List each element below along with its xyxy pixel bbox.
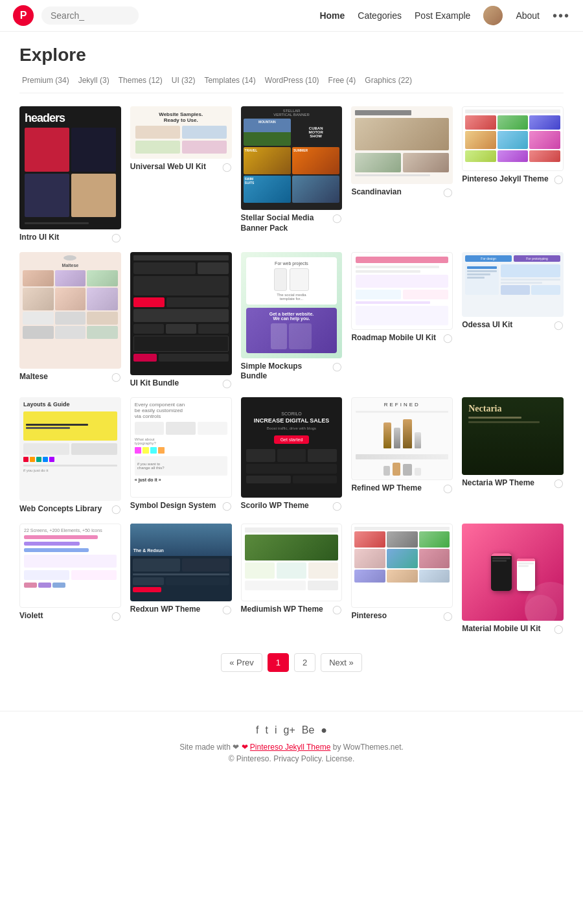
card-title: Refined WP Theme xyxy=(351,483,440,494)
bookmark-icon[interactable]: ◯ xyxy=(443,187,453,197)
card-scorilo-wp[interactable]: SCORILO INCREASE DIGITAL SALES Boost tra… xyxy=(241,397,343,514)
card-roadmap-mobile[interactable]: Roadmap Mobile UI Kit ◯ xyxy=(351,252,453,389)
filter-free[interactable]: Free (4) xyxy=(326,75,359,86)
google-plus-icon[interactable]: g+ xyxy=(283,724,295,736)
card-mediumish-wp[interactable]: Mediumish WP Theme ◯ xyxy=(241,524,343,634)
bookmark-icon[interactable]: ◯ xyxy=(554,624,564,634)
card-title: Violett xyxy=(19,611,109,621)
card-universal-web-ui-kit[interactable]: Website Samples.Ready to Use. Universal … xyxy=(130,106,232,243)
card-redxun-wp[interactable]: The & Redxun Redxun WP xyxy=(130,524,232,634)
search-box[interactable] xyxy=(41,6,139,25)
bookmark-icon[interactable]: ◯ xyxy=(222,605,232,614)
site-logo[interactable]: P xyxy=(13,5,34,26)
bookmark-icon[interactable]: ◯ xyxy=(443,333,453,343)
card-maltese[interactable]: Maltese Maltese ◯ xyxy=(19,252,121,389)
card-title: Intro UI Kit xyxy=(19,233,109,243)
filter-wordpress[interactable]: WordPress (10) xyxy=(262,75,322,86)
page-title: Explore xyxy=(19,45,564,65)
nav-post-example[interactable]: Post Example xyxy=(415,10,470,21)
card-odessa-ui-kit[interactable]: For design For prototyping xyxy=(462,252,564,389)
card-title: Simple Mockups Bundle xyxy=(241,362,330,382)
card-pintereso[interactable]: Pintereso ◯ xyxy=(351,524,453,634)
bookmark-icon[interactable]: ◯ xyxy=(554,320,564,330)
filter-graphics[interactable]: Graphics (22) xyxy=(362,75,415,86)
nav-categories[interactable]: Categories xyxy=(358,10,402,21)
bookmark-icon[interactable]: ◯ xyxy=(332,213,342,223)
nav-home[interactable]: Home xyxy=(319,10,345,21)
prev-page-button[interactable]: « Prev xyxy=(221,653,262,672)
bookmark-icon[interactable]: ◯ xyxy=(111,504,121,514)
card-material-mobile-ui[interactable]: Material Mobile UI Kit ◯ xyxy=(462,524,564,634)
card-stellar-social-media[interactable]: STELLARVERTICAL BANNER MOUNTAIN CUBANMOT… xyxy=(241,106,343,243)
card-title: Scorilo WP Theme xyxy=(241,501,330,511)
bookmark-icon[interactable]: ◯ xyxy=(222,378,232,388)
filter-themes[interactable]: Themes (12) xyxy=(116,75,165,86)
filter-ui[interactable]: UI (32) xyxy=(169,75,198,86)
nav-about[interactable]: About xyxy=(516,10,540,21)
card-title: Odessa UI Kit xyxy=(462,320,551,330)
footer-credit: Site made with ❤ ❤ Pintereso Jekyll Them… xyxy=(13,743,570,752)
card-title: Scandinavian xyxy=(351,187,440,198)
card-title: Roadmap Mobile UI Kit xyxy=(351,333,440,343)
filter-tabs: Premium (34) Jekyll (3) Themes (12) UI (… xyxy=(19,75,564,93)
behance-icon[interactable]: Be xyxy=(302,724,315,736)
card-title: Web Concepts Library xyxy=(19,504,109,514)
card-simple-mockups[interactable]: For web projects The social mediatemplat… xyxy=(241,252,343,389)
bookmark-icon[interactable]: ◯ xyxy=(222,162,232,172)
bookmark-icon[interactable]: ◯ xyxy=(222,501,232,511)
next-page-button[interactable]: Next » xyxy=(321,653,362,672)
main-nav: Home Categories Post Example About ••• xyxy=(319,6,570,25)
twitter-icon[interactable]: t xyxy=(265,724,268,736)
card-title: Pintereso Jekyll Theme xyxy=(462,174,551,185)
card-violett[interactable]: 22 Screens, +200 Elements, +50 Icons xyxy=(19,524,121,634)
bookmark-icon[interactable]: ◯ xyxy=(111,233,121,242)
card-intro-ui-kit[interactable]: headers Intro UI Kit ◯ xyxy=(19,106,121,243)
card-scandinavian[interactable]: Scandinavian ◯ xyxy=(351,106,453,243)
bookmark-icon[interactable]: ◯ xyxy=(443,483,453,493)
card-title: Mediumish WP Theme xyxy=(241,605,330,615)
card-title: Nectaria WP Theme xyxy=(462,478,551,489)
bookmark-icon[interactable]: ◯ xyxy=(443,611,453,621)
filter-templates[interactable]: Templates (14) xyxy=(201,75,258,86)
filter-jekyll[interactable]: Jekyll (3) xyxy=(76,75,112,86)
card-title: Symbol Design System xyxy=(130,501,220,511)
footer-copyright: © Pintereso. Privacy Policy. License. xyxy=(13,754,570,763)
card-symbol-design[interactable]: Every component canbe easily customizedv… xyxy=(130,397,232,514)
instagram-icon[interactable]: i xyxy=(275,724,277,736)
card-title: Material Mobile UI Kit xyxy=(462,624,551,634)
main-content: Explore Premium (34) Jekyll (3) Themes (… xyxy=(0,32,583,704)
card-title: Universal Web UI Kit xyxy=(130,162,220,172)
page-2-button[interactable]: 2 xyxy=(294,653,315,672)
site-footer: f t i g+ Be ● Site made with ❤ ❤ Pintere… xyxy=(0,711,583,776)
card-title: Redxun WP Theme xyxy=(130,605,220,615)
avatar[interactable] xyxy=(483,6,503,25)
bookmark-icon[interactable]: ◯ xyxy=(554,478,564,488)
card-ui-kit-bundle[interactable]: UI Kit Bundle ◯ xyxy=(130,252,232,389)
footer-theme-link[interactable]: Pintereso Jekyll Theme xyxy=(250,743,331,752)
bookmark-icon[interactable]: ◯ xyxy=(111,372,121,382)
page-1-button[interactable]: 1 xyxy=(268,653,289,672)
card-grid: headers Intro UI Kit ◯ Website Samples.R… xyxy=(19,106,564,634)
social-icons: f t i g+ Be ● xyxy=(13,724,570,736)
bookmark-icon[interactable]: ◯ xyxy=(554,174,564,184)
card-title: Pintereso xyxy=(351,611,440,621)
rss-icon[interactable]: ● xyxy=(321,724,327,736)
card-title: Maltese xyxy=(19,372,109,382)
filter-premium[interactable]: Premium (34) xyxy=(19,75,72,86)
pagination: « Prev 1 2 Next » xyxy=(19,653,564,672)
bookmark-icon[interactable]: ◯ xyxy=(332,362,342,371)
card-title: Stellar Social Media Banner Pack xyxy=(241,213,330,233)
bookmark-icon[interactable]: ◯ xyxy=(111,611,121,621)
bookmark-icon[interactable]: ◯ xyxy=(332,501,342,511)
site-header: P Home Categories Post Example About ••• xyxy=(0,0,583,32)
card-nectaria-wp[interactable]: Nectaria Nectaria WP Theme ◯ xyxy=(462,397,564,514)
search-input[interactable] xyxy=(51,10,130,21)
card-pintereso-jekyll[interactable]: Pintereso Jekyll Theme ◯ xyxy=(462,106,564,243)
card-refined-wp[interactable]: REFINED Refined WP Theme ◯ xyxy=(351,397,453,514)
facebook-icon[interactable]: f xyxy=(256,724,258,736)
card-title: UI Kit Bundle xyxy=(130,378,220,389)
card-web-concepts[interactable]: Layouts & Guide if you just do it Web C xyxy=(19,397,121,514)
bookmark-icon[interactable]: ◯ xyxy=(332,605,342,614)
more-menu-button[interactable]: ••• xyxy=(553,8,570,23)
